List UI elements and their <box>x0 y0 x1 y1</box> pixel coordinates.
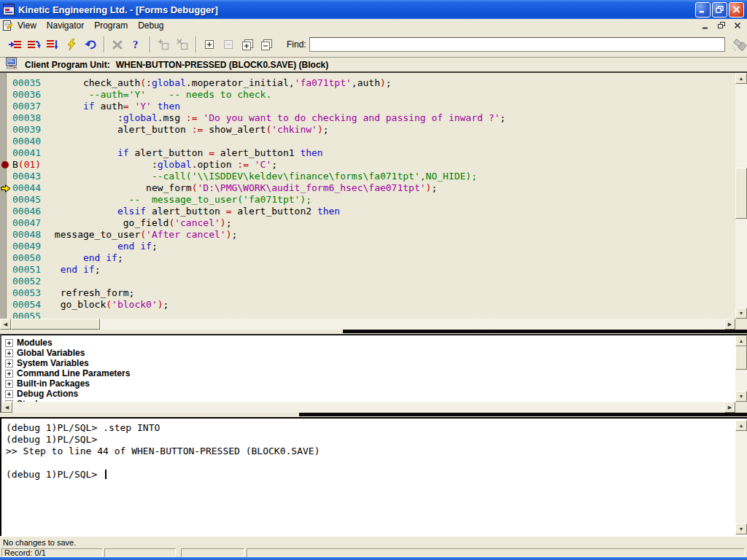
code-gutter-cell[interactable] <box>0 217 12 229</box>
scroll-thumb[interactable] <box>735 168 747 219</box>
code-line[interactable]: 00040 <box>0 136 735 147</box>
code-gutter-cell[interactable] <box>0 311 12 319</box>
mdi-close-button[interactable] <box>732 21 743 30</box>
code-gutter-cell[interactable] <box>0 276 12 287</box>
code-editor[interactable]: 00035 check_auth(:global.moperator_initi… <box>0 73 735 319</box>
code-line[interactable]: 00054 go_block('block0'); <box>0 299 735 311</box>
code-line[interactable]: 00050 end if; <box>0 252 735 264</box>
scroll-thumb[interactable] <box>11 319 100 330</box>
scroll-right-button[interactable]: ▶ <box>724 402 735 413</box>
expand-plus-icon[interactable] <box>5 359 13 368</box>
code-line[interactable]: 00038 :global.msg := 'Do you want to do … <box>0 112 735 124</box>
mdi-restore-button[interactable] <box>716 21 727 30</box>
code-gutter-cell[interactable] <box>0 124 12 136</box>
tree-vertical-scrollbar[interactable]: ▲ ▼ <box>735 335 747 402</box>
code-line[interactable]: 00052 <box>0 276 735 287</box>
scroll-up-button[interactable]: ▲ <box>735 335 747 346</box>
scroll-down-button[interactable]: ▼ <box>735 308 747 319</box>
code-line[interactable]: 00047 go_field('cancel'); <box>0 217 735 229</box>
expand-plus-icon[interactable] <box>5 390 13 398</box>
code-line[interactable]: 00043 --call('\\ISDDEV\keldev\finance\fo… <box>0 171 735 182</box>
code-line[interactable]: 00036 --auth='Y' -- needs to check. <box>0 89 735 101</box>
scroll-left-button[interactable]: ◀ <box>0 319 11 330</box>
step-over-button[interactable] <box>25 36 42 53</box>
expand-all-button[interactable] <box>239 36 256 53</box>
tree-item-modules[interactable]: Modules <box>5 338 735 348</box>
code-line[interactable]: 00051 end if; <box>0 264 735 276</box>
debug-console-pane[interactable]: (debug 1)PL/SQL> .step INTO(debug 1)PL/S… <box>0 417 747 536</box>
tree-item-global-variables[interactable]: Global Variables <box>5 348 735 358</box>
mdi-minimize-button[interactable] <box>700 21 711 30</box>
menu-item-debug[interactable]: Debug <box>133 20 169 31</box>
code-horizontal-scrollbar[interactable]: ◀ ▶ <box>0 319 735 330</box>
help-button[interactable]: ? <box>128 36 145 53</box>
code-line[interactable]: 00053 refresh_form; <box>0 287 735 299</box>
document-edit-icon[interactable] <box>2 21 12 30</box>
find-input[interactable] <box>309 37 725 52</box>
close-button[interactable] <box>729 2 744 18</box>
navigator-tree-pane[interactable]: ModulesGlobal VariablesSystem VariablesC… <box>0 334 747 413</box>
code-gutter-cell[interactable] <box>0 159 12 171</box>
tree-item-built-in-packages[interactable]: Built-in Packages <box>5 378 735 389</box>
run-button[interactable] <box>63 36 80 53</box>
scroll-down-button[interactable]: ▼ <box>735 524 747 534</box>
debug-console[interactable]: (debug 1)PL/SQL> .step INTO(debug 1)PL/S… <box>3 419 735 536</box>
code-gutter-cell[interactable] <box>0 89 12 101</box>
code-line[interactable]: 00046 elsif alert_button = alert_button2… <box>0 206 735 217</box>
scroll-down-button[interactable]: ▼ <box>735 391 747 402</box>
code-gutter-cell[interactable] <box>0 252 12 264</box>
menu-item-program[interactable]: Program <box>89 20 133 31</box>
expand-plus-icon[interactable] <box>5 380 13 388</box>
step-out-button[interactable] <box>44 36 61 53</box>
tree-item-command-line-parameters[interactable]: Command Line Parameters <box>5 368 735 378</box>
code-gutter-cell[interactable] <box>0 194 12 206</box>
code-vertical-scrollbar[interactable]: ▲ ▼ <box>735 73 747 319</box>
code-line[interactable]: 00045 -- message_to_user('fa071tpt'); <box>0 194 735 206</box>
tree-item-debug-actions[interactable]: Debug Actions <box>5 389 735 399</box>
scroll-right-button[interactable]: ▶ <box>724 319 735 330</box>
scroll-track[interactable] <box>12 402 724 413</box>
scroll-thumb[interactable] <box>735 346 747 370</box>
code-line[interactable]: 00035 check_auth(:global.moperator_initi… <box>0 77 735 89</box>
step-into-button[interactable] <box>6 36 23 53</box>
code-gutter-cell[interactable] <box>0 241 12 252</box>
code-gutter-cell[interactable] <box>0 264 12 276</box>
source-pane[interactable]: 00035 check_auth(:global.moperator_initi… <box>0 71 747 330</box>
restore-button[interactable] <box>712 2 727 18</box>
tree-item-system-variables[interactable]: System Variables <box>5 358 735 368</box>
code-line[interactable]: 00049 end if; <box>0 241 735 252</box>
expand-plus-icon[interactable] <box>5 339 13 347</box>
code-line[interactable]: B(01) :global.option := 'C'; <box>0 159 735 171</box>
menu-item-view[interactable]: View <box>12 20 42 31</box>
reset-button[interactable] <box>82 36 99 53</box>
expand-button[interactable] <box>201 36 218 53</box>
expand-plus-icon[interactable] <box>5 370 13 378</box>
expand-plus-icon[interactable] <box>5 349 13 357</box>
scroll-track[interactable] <box>11 319 724 330</box>
code-gutter-cell[interactable] <box>0 287 12 299</box>
code-gutter-cell[interactable] <box>0 136 12 147</box>
menu-item-navigator[interactable]: Navigator <box>42 20 89 31</box>
code-gutter-cell[interactable] <box>0 182 12 194</box>
scroll-up-button[interactable]: ▲ <box>735 73 747 84</box>
code-line[interactable]: 00037 if auth= 'Y' then <box>0 101 735 112</box>
code-gutter-cell[interactable] <box>0 112 12 124</box>
code-gutter-cell[interactable] <box>0 147 12 159</box>
scroll-up-button[interactable]: ▲ <box>735 420 747 431</box>
code-line[interactable]: 00041 if alert_button = alert_button1 th… <box>0 147 735 159</box>
code-gutter-cell[interactable] <box>0 171 12 182</box>
code-line[interactable]: 00039 alert_button := show_alert('chkinw… <box>0 124 735 136</box>
code-gutter-cell[interactable] <box>0 299 12 311</box>
code-line[interactable]: 00044 new_form('D:\PMG\WORK\audit_form6_… <box>0 182 735 194</box>
code-gutter-cell[interactable] <box>0 206 12 217</box>
minimize-button[interactable] <box>695 2 711 18</box>
scroll-track[interactable] <box>735 431 747 524</box>
collapse-all-button[interactable] <box>258 36 275 53</box>
code-line[interactable]: 00048 message_to_user('After cancel'); <box>0 229 735 241</box>
scroll-left-button[interactable]: ◀ <box>1 402 12 413</box>
navigator-tree[interactable]: ModulesGlobal VariablesSystem VariablesC… <box>1 335 735 402</box>
code-gutter-cell[interactable] <box>0 229 12 241</box>
console-vertical-scrollbar[interactable]: ▲ ▼ <box>735 420 747 534</box>
code-gutter-cell[interactable] <box>0 77 12 89</box>
tree-horizontal-scrollbar[interactable]: ◀ ▶ <box>1 402 735 413</box>
